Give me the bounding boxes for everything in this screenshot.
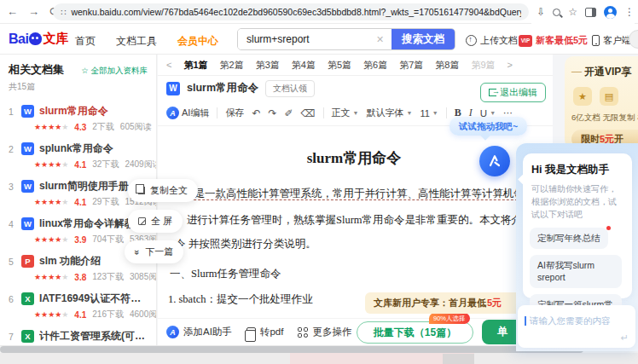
enter-key-icon[interactable]: ↵: [621, 332, 629, 344]
add-all-to-library-link[interactable]: ☆ 全部加入资料库: [81, 66, 148, 77]
doc-count: 共15篇: [0, 78, 156, 93]
exit-edit-button[interactable]: 退出编辑: [480, 83, 546, 102]
forward-icon[interactable]: →: [28, 5, 39, 18]
word-file-icon: W: [166, 82, 180, 95]
convert-pdf-button[interactable]: 转pdf: [246, 326, 284, 338]
related-doc-item[interactable]: 2Wsplunk常用命令★★★★★4.132下载2409阅读: [0, 137, 156, 175]
related-doc-item[interactable]: 6XIATF16949认证不符合举一反...★★★★★4.1216下载4600阅…: [0, 287, 156, 325]
claim-doc-button[interactable]: 文档认领: [265, 80, 315, 97]
item-index: 4: [9, 219, 16, 229]
redo-icon[interactable]: ↷: [268, 107, 276, 119]
next-page-icon[interactable]: >: [508, 60, 513, 70]
tab-page-8[interactable]: 第8篇: [435, 59, 459, 72]
nav-home[interactable]: 首页: [75, 34, 96, 49]
upload-icon: [466, 35, 477, 46]
tab-page-9[interactable]: 第9篇: [471, 59, 495, 72]
assistant-input[interactable]: 请输入您需要的内容 ↵: [518, 305, 635, 348]
download-count: 2下载: [92, 121, 114, 133]
assistant-description: 可以辅助你快速写作，根据你浏览的文档，试试以下对话吧: [531, 182, 624, 221]
next-doc-button[interactable]: » 下一篇: [125, 240, 183, 263]
install-app-icon[interactable]: ⇩: [536, 7, 545, 17]
site-header: Bai 文库 首页 文档工具 会员中心 更多 ✕ 搜索文档 上传文档 VIP 新…: [0, 24, 638, 55]
site-info-icon[interactable]: ∷: [61, 8, 66, 17]
browser-profile-avatar[interactable]: [604, 6, 617, 19]
tab-page-7[interactable]: 第7篇: [399, 59, 423, 72]
font-size-select[interactable]: 11▼: [420, 108, 438, 118]
related-doc-title: slurm常用命令: [39, 104, 108, 118]
vip-promo-link[interactable]: VIP 新客最低5元: [519, 34, 588, 47]
ai-assistant-fab[interactable]: [479, 146, 510, 176]
vip-features: 6亿文档 无限复制 在: [571, 113, 638, 124]
eraser-icon[interactable]: ⌫: [301, 107, 316, 119]
download-count: 32下载: [92, 159, 119, 170]
search-button[interactable]: 搜索文档: [392, 29, 455, 49]
more-actions-button[interactable]: 更多操作: [298, 326, 351, 338]
doc-paragraph: 令 并按照类别进行分类说明。: [175, 237, 316, 251]
download-count: 704下载: [92, 234, 124, 246]
sidebar-title: 相关文档集: [9, 62, 64, 78]
rating-value: 4.1: [74, 198, 86, 207]
client-download-link[interactable]: 客户端: [592, 34, 631, 47]
baidu-paw-icon: [29, 32, 42, 45]
copy-icon: [138, 187, 145, 194]
tab-page-6[interactable]: 第6篇: [363, 59, 387, 72]
notification-dot-icon: [606, 226, 611, 230]
scrollbar-thumb[interactable]: [0, 346, 583, 353]
input-placeholder: 请输入您需要的内容: [530, 315, 611, 326]
search-input[interactable]: [238, 29, 376, 49]
copy-fulltext-button[interactable]: 复制全文: [128, 179, 198, 202]
item-index: 2: [9, 144, 16, 154]
word-file-icon: W: [21, 142, 34, 155]
new-user-promo-toast[interactable]: 文库新用户专享：首月最低5元: [365, 292, 540, 314]
undo-icon[interactable]: ↶: [252, 107, 260, 119]
rating-value: 3.9: [74, 235, 86, 245]
document-title-label: slurm常用命令: [187, 81, 258, 95]
ai-icon: A: [166, 326, 179, 338]
tab-page-5[interactable]: 第5篇: [328, 59, 351, 72]
vip-badge-icon: VIP: [519, 35, 532, 47]
paragraph-style-select[interactable]: 正文▼: [332, 107, 359, 119]
related-doc-item[interactable]: 7X计件工资管理系统(可查询,可...★★★★★4.1184下载934阅读: [0, 325, 156, 345]
bookmark-star-icon[interactable]: ☆: [568, 7, 577, 17]
font-select[interactable]: 默认字体▼: [367, 107, 413, 119]
tab-page-2[interactable]: 第2篇: [220, 59, 244, 72]
convert-pdf-icon: [246, 327, 256, 338]
grid-icon: [298, 327, 308, 338]
batch-download-button[interactable]: 批量下载（15篇）: [357, 321, 473, 344]
ai-edit-button[interactable]: AAI编辑: [166, 107, 209, 119]
prev-page-icon[interactable]: <: [166, 60, 171, 70]
nav-member-center[interactable]: 会员中心: [177, 34, 218, 49]
rating-value: 4.1: [74, 310, 86, 320]
vip-title: 开通VIP享: [571, 65, 638, 79]
add-ai-assistant-button[interactable]: A添加AI助手: [166, 326, 232, 338]
related-doc-item[interactable]: 1Wslurm常用命令★★★★★4.32下载605阅读: [0, 100, 156, 137]
related-doc-title: slurm简明使用手册: [39, 179, 129, 194]
download-count: 216下载: [92, 309, 124, 321]
download-count: 29下载: [92, 196, 119, 208]
tab-page-1[interactable]: 第1篇: [183, 59, 207, 72]
pagination-tabs: < 第1篇第2篇第3篇第4篇第5篇第6篇第7篇第8篇第9篇>: [158, 55, 553, 76]
fullscreen-icon: [138, 217, 146, 225]
rating-value: 4.1: [74, 160, 86, 170]
back-icon[interactable]: ←: [7, 5, 18, 18]
ai-icon: A: [166, 107, 179, 119]
upload-doc-button[interactable]: 上传文档: [466, 34, 518, 47]
tab-page-3[interactable]: 第3篇: [256, 59, 280, 72]
tab-page-4[interactable]: 第4篇: [292, 59, 316, 72]
rating-stars-icon: ★★★★★: [34, 160, 68, 169]
word-file-icon: W: [21, 105, 34, 118]
save-button[interactable]: 保存: [225, 107, 244, 119]
assistant-suggestion-chip[interactable]: 定制写年终总结: [530, 228, 608, 249]
address-bar[interactable]: ∷ wenku.baidu.com/view/767bda5464ec102de…: [53, 3, 529, 20]
baidu-wenku-logo[interactable]: Bai 文库: [9, 31, 68, 47]
format-painter-icon[interactable]: ✐: [285, 107, 293, 119]
fullscreen-button[interactable]: 全 屏: [128, 210, 183, 233]
clear-search-icon[interactable]: ✕: [376, 29, 392, 49]
side-panel-icon[interactable]: [585, 8, 596, 17]
browser-menu-icon[interactable]: ⋮: [624, 7, 635, 17]
doc-list-item: 1. sbatch：提交一个批处理作业: [168, 292, 312, 307]
pdf-file-icon: P: [21, 255, 34, 268]
assistant-suggestion-chip[interactable]: AI帮我写slurm sreport: [530, 255, 622, 288]
zoom-page-icon[interactable]: [553, 9, 560, 16]
nav-doc-tools[interactable]: 文档工具: [116, 34, 157, 49]
